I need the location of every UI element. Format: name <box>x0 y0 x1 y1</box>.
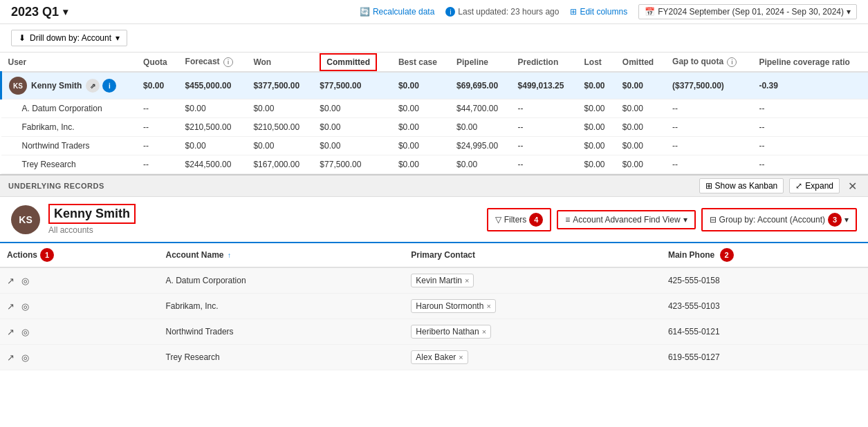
list-item: ↗ ◎ A. Datum Corporation Kevin Martin × … <box>0 267 868 294</box>
contact-tag-2: Heriberto Nathan × <box>411 325 491 339</box>
kenny-section-left: KS Kenny Smith All accounts <box>11 204 136 235</box>
close-button[interactable]: ✕ <box>845 180 860 193</box>
filters-button[interactable]: ▽ Filters 4 <box>487 208 552 231</box>
account-name-2: Northwind Traders <box>159 319 405 345</box>
main-phone-3: 619-555-0127 <box>661 345 868 370</box>
show-kanban-button[interactable]: ⊞ Show as Kanban <box>699 178 784 193</box>
remove-contact-icon-3[interactable]: × <box>459 353 463 361</box>
info-icon: i <box>445 7 455 17</box>
eye-icon-3[interactable]: ◎ <box>21 352 29 363</box>
account-name-1: Fabrikam, Inc. <box>159 294 405 319</box>
top-bar: 2023 Q1 ▾ 🔄 Recalculate data i Last upda… <box>0 0 868 24</box>
sub-col-account: Account Name ↑ <box>159 243 405 267</box>
kenny-coverage: -0.39 <box>752 72 868 99</box>
remove-contact-icon-0[interactable]: × <box>465 276 469 285</box>
eye-icon-1[interactable]: ◎ <box>21 301 29 312</box>
calendar-icon: 📅 <box>645 7 655 17</box>
expand-label: Expand <box>805 181 833 191</box>
remove-contact-icon-1[interactable]: × <box>486 302 490 310</box>
account-name-3: Trey Research <box>159 345 405 370</box>
fy-period-selector[interactable]: 📅 FY2024 September (Sep 01, 2024 - Sep 3… <box>638 4 857 19</box>
kenny-lost: $0.00 <box>578 72 616 99</box>
sub-table-wrapper: Actions 1 Account Name ↑ Primary Contact… <box>0 243 868 370</box>
filter-icon: ▽ <box>495 215 501 225</box>
underlying-records-header: UNDERLYING RECORDS ⊞ Show as Kanban ⤢ Ex… <box>0 175 868 197</box>
main-forecast-table: User Quota Forecast i Won Committed Best… <box>0 53 868 174</box>
kenny-bestcase: $0.00 <box>391 72 450 99</box>
recalculate-button[interactable]: 🔄 Recalculate data <box>360 7 434 17</box>
kenny-info: Kenny Smith All accounts <box>48 204 136 235</box>
sub-user-2: Northwind Traders <box>1 137 137 155</box>
list-item: ↗ ◎ Trey Research Alex Baker × 619-555-0… <box>0 345 868 370</box>
col-committed: Committed <box>313 53 391 72</box>
table-row: Northwind Traders -- $0.00 $0.00 $0.00 $… <box>1 137 869 155</box>
forecast-info-icon[interactable]: i <box>223 57 233 67</box>
sub-col-phone: Main Phone 2 <box>661 243 868 267</box>
open-icon-1[interactable]: ↗ <box>7 301 15 312</box>
main-phone-1: 423-555-0103 <box>661 294 868 319</box>
primary-contact-0: Kevin Martin × <box>404 267 661 294</box>
kenny-smith-row: KS Kenny Smith ⇗ i $0.00 $455,000.00 $37… <box>1 72 869 99</box>
kenny-prediction: $499,013.25 <box>511 72 578 99</box>
show-kanban-label: Show as Kanban <box>715 181 778 191</box>
col-prediction: Prediction <box>511 53 578 72</box>
kenny-info-icon[interactable]: i <box>102 79 116 93</box>
last-updated-info: i Last updated: 23 hours ago <box>445 7 559 17</box>
list-item: ↗ ◎ Fabrikam, Inc. Haroun Stormonth × 42… <box>0 294 868 319</box>
top-bar-actions: 🔄 Recalculate data i Last updated: 23 ho… <box>360 4 857 19</box>
kenny-share-icon[interactable]: ⇗ <box>86 79 100 93</box>
filters-badge: 4 <box>529 213 543 227</box>
main-phone-0: 425-555-0158 <box>661 267 868 294</box>
filter-bar: ⬇ Drill down by: Account ▾ <box>0 24 868 53</box>
row-actions-1: ↗ ◎ <box>0 294 159 319</box>
contact-tag-0: Kevin Martin × <box>411 274 474 287</box>
row-actions-3: ↗ ◎ <box>0 345 159 370</box>
phone-badge: 2 <box>720 248 734 262</box>
sub-user-0: A. Datum Corporation <box>1 99 137 118</box>
expand-button[interactable]: ⤢ Expand <box>789 178 840 193</box>
kenny-won: $377,500.00 <box>246 72 313 99</box>
open-icon-0[interactable]: ↗ <box>7 276 15 286</box>
eye-icon-0[interactable]: ◎ <box>21 276 29 286</box>
group-by-button[interactable]: ⊟ Group by: Account (Account) 3 ▾ <box>701 208 857 231</box>
col-pipeline: Pipeline <box>450 53 511 72</box>
groupby-label: Group by: Account (Account) <box>719 215 825 225</box>
kenny-section-subtitle: All accounts <box>48 225 136 235</box>
kenny-forecast: $455,000.00 <box>178 72 247 99</box>
kenny-action-icons: ⇗ i <box>86 79 116 93</box>
underlying-title: UNDERLYING RECORDS <box>8 182 104 190</box>
kenny-quota: $0.00 <box>136 72 178 99</box>
period-selector[interactable]: 2023 Q1 ▾ <box>11 5 68 19</box>
eye-icon-2[interactable]: ◎ <box>21 327 29 337</box>
kenny-omitted: $0.00 <box>616 72 665 99</box>
sub-col-contact: Primary Contact <box>404 243 661 267</box>
kenny-section-right: ▽ Filters 4 ≡ Account Advanced Find View… <box>487 208 857 231</box>
filters-label: Filters <box>504 215 527 225</box>
period-chevron: ▾ <box>63 6 68 17</box>
committed-header-box: Committed <box>320 53 377 71</box>
open-icon-2[interactable]: ↗ <box>7 327 15 337</box>
col-quota: Quota <box>136 53 178 72</box>
sub-user-3: Trey Research <box>1 155 137 174</box>
edit-columns-label: Edit columns <box>580 7 627 17</box>
remove-contact-icon-2[interactable]: × <box>482 328 486 336</box>
table-row: Trey Research -- $244,500.00 $167,000.00… <box>1 155 869 174</box>
drill-icon: ⬇ <box>19 33 26 43</box>
kenny-avatar: KS <box>9 77 27 95</box>
open-icon-3[interactable]: ↗ <box>7 352 15 363</box>
fy-period-label: FY2024 September (Sep 01, 2024 - Sep 30,… <box>658 7 844 17</box>
drill-down-button[interactable]: ⬇ Drill down by: Account ▾ <box>11 30 127 46</box>
afv-button[interactable]: ≡ Account Advanced Find View ▾ <box>557 210 695 229</box>
kenny-smith-section: KS Kenny Smith All accounts ▽ Filters 4 … <box>0 197 868 243</box>
kenny-section-name: Kenny Smith <box>48 204 136 224</box>
account-name-0: A. Datum Corporation <box>159 267 405 294</box>
kenny-pipeline: $69,695.00 <box>450 72 511 99</box>
gap-info-icon[interactable]: i <box>727 57 737 67</box>
sort-arrow-icon: ↑ <box>228 252 231 259</box>
main-phone-2: 614-555-0121 <box>661 319 868 345</box>
contact-tag-1: Haroun Stormonth × <box>411 299 496 313</box>
primary-contact-2: Heriberto Nathan × <box>404 319 661 345</box>
edit-columns-button[interactable]: ⊞ Edit columns <box>570 7 627 17</box>
col-forecast: Forecast i <box>178 53 247 72</box>
col-bestcase: Best case <box>391 53 450 72</box>
